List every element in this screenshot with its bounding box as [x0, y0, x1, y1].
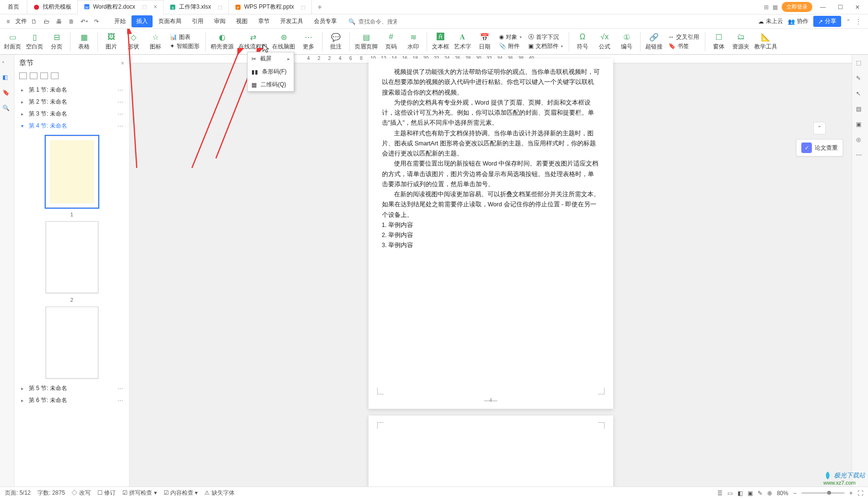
rb-resources[interactable]: 🗂资源夹 — [730, 30, 751, 54]
status-words[interactable]: 字数: 2875 — [37, 489, 65, 497]
maximize-icon[interactable]: ☐ — [833, 0, 847, 14]
thumb-1[interactable] — [46, 136, 98, 208]
tab-section[interactable]: 章节 — [253, 15, 274, 27]
search-input[interactable] — [358, 18, 397, 25]
section-item-3[interactable]: ▸第 3 节: 未命名⋯ — [14, 108, 129, 120]
rb-pagebreak[interactable]: ⊟分页 — [46, 30, 67, 54]
plagiarism-check-button[interactable]: ✓ 论文查重 — [796, 139, 843, 156]
status-spell[interactable]: ☑ 拼写检查 ▾ — [122, 489, 157, 497]
rb-table[interactable]: ▦表格 — [73, 30, 95, 54]
section-item-2[interactable]: ▸第 2 节: 未命名⋯ — [14, 96, 129, 108]
rb-dropcap[interactable]: Ⓐ首字下沉 — [528, 33, 563, 41]
rb-comment[interactable]: 💬批注 — [325, 30, 346, 54]
zoom-slider[interactable] — [801, 492, 844, 494]
outline-nav-icon[interactable]: ◧ — [2, 74, 12, 83]
bookmark-nav-icon[interactable]: 🔖 — [2, 89, 12, 99]
coop-button[interactable]: 👥协作 — [788, 17, 809, 25]
tab-start[interactable]: 开始 — [109, 15, 131, 27]
tab-add[interactable]: + — [312, 0, 328, 14]
rb-textbox[interactable]: 🅰文本框 — [430, 30, 451, 54]
rb-select-icon[interactable]: ⬚ — [856, 59, 865, 68]
rb-flowchart[interactable]: ⇄在线流程图 — [237, 30, 269, 54]
login-button[interactable]: 立即登录 — [782, 2, 812, 12]
rb-location-icon[interactable]: ◎ — [856, 136, 865, 145]
undo-icon[interactable]: ↶▾ — [79, 16, 89, 27]
section-item-6[interactable]: ▸第 6 节: 未命名⋯ — [14, 394, 129, 406]
status-rewrite[interactable]: ◇ 改写 — [71, 489, 90, 497]
rb-more-icon[interactable]: ⋯ — [856, 152, 865, 160]
tab-member[interactable]: 会员专享 — [309, 15, 342, 27]
view-mode-4-icon[interactable]: ▣ — [748, 490, 753, 497]
rb-layers-icon[interactable]: ▤ — [856, 106, 865, 114]
rb-docparts[interactable]: ▣文档部件▾ — [528, 42, 563, 50]
page-nav-icon[interactable]: ▫ — [2, 59, 12, 68]
rb-mindmap[interactable]: ⊛在线脑图 — [270, 30, 297, 54]
tab-home[interactable]: 首页 — [0, 0, 27, 14]
tab-daoke[interactable]: 找稻壳模板 — [27, 0, 78, 14]
share-button[interactable]: ↗分享 — [813, 16, 841, 27]
collapse-button[interactable]: ⌃ — [813, 122, 826, 134]
close-icon[interactable]: × — [154, 3, 157, 11]
zoom-label[interactable]: 80% — [777, 490, 788, 497]
rb-attach[interactable]: 📎附件 — [499, 42, 522, 50]
sp-tool3[interactable] — [40, 72, 48, 79]
popup-screenshot[interactable]: ✂截屏▸ — [248, 52, 294, 65]
popup-qrcode[interactable]: ▦二维码(Q) — [248, 78, 294, 91]
rb-symbol[interactable]: Ω符号 — [572, 30, 593, 54]
rb-hyperlink[interactable]: 🔗超链接 — [643, 30, 665, 54]
print-icon[interactable]: 🖶 — [54, 16, 64, 27]
rb-bookmark[interactable]: 🔖书签 — [668, 42, 699, 50]
section-item-4[interactable]: ▾第 4 节: 未命名⋯ — [14, 120, 129, 132]
rb-iconlib[interactable]: ☆图标 — [145, 30, 166, 54]
collapse-ribbon-icon[interactable]: ⌃ — [846, 18, 851, 25]
sidepanel-close-icon[interactable]: × — [121, 60, 124, 67]
status-font[interactable]: ⚠ 缺失字体 — [204, 489, 234, 497]
status-page[interactable]: 页面: 5/12 — [5, 489, 31, 497]
popup-barcode[interactable]: ▮▮条形码(F) — [248, 65, 294, 78]
tab-xlsx[interactable]: S 工作簿3.xlsx ◻ — [164, 0, 229, 14]
sp-tool1[interactable] — [19, 72, 27, 79]
preview-icon[interactable]: 🗎 — [66, 16, 77, 27]
new-icon[interactable]: 🗋 — [29, 16, 39, 27]
grid-icon[interactable]: ⊞ — [764, 4, 769, 11]
menu-more-icon[interactable]: ⋮ — [856, 18, 861, 25]
menu-icon[interactable]: ≡ — [3, 16, 13, 27]
rb-pagenum[interactable]: #页码 — [380, 30, 402, 54]
rb-cover[interactable]: ▭封面页 — [2, 30, 23, 54]
rb-object[interactable]: ◉对象▾ — [499, 33, 522, 41]
status-content[interactable]: ☑ 内容检查 ▾ — [164, 489, 198, 497]
search-area[interactable]: 🔍 — [348, 18, 397, 25]
rb-picture[interactable]: 🖼图片 — [101, 30, 122, 54]
zoom-in-icon[interactable]: + — [849, 490, 853, 497]
rb-forms[interactable]: ☐窗体 — [708, 30, 729, 54]
tab-dev[interactable]: 开发工具 — [275, 15, 308, 27]
rb-teaching[interactable]: 📐教学工具 — [752, 30, 779, 54]
open-icon[interactable]: 🗁 — [41, 16, 52, 27]
rb-more[interactable]: ⋯更多 — [298, 30, 319, 54]
sp-tool4[interactable] — [51, 72, 59, 79]
rb-pointer-icon[interactable]: ↖ — [856, 90, 865, 99]
search-nav-icon[interactable]: 🔍 — [2, 105, 12, 114]
thumb-2[interactable] — [46, 221, 98, 293]
fullscreen-icon[interactable]: ⛶ — [857, 490, 863, 497]
rb-clip-icon[interactable]: ▣ — [856, 121, 865, 130]
section-item-5[interactable]: ▸第 5 节: 未命名⋯ — [14, 382, 129, 394]
file-menu[interactable]: 文件 — [15, 17, 27, 25]
apps-icon[interactable]: ▦ — [773, 4, 778, 11]
tab-reference[interactable]: 引用 — [187, 15, 208, 27]
view-mode-2-icon[interactable]: ▭ — [727, 490, 733, 497]
tab-review[interactable]: 审阅 — [209, 15, 230, 27]
rb-date[interactable]: 📅日期 — [474, 30, 495, 54]
rb-crossref[interactable]: ↔交叉引用 — [668, 33, 699, 41]
zoom-fit-icon[interactable]: ⊕ — [767, 490, 772, 497]
status-trace[interactable]: ☐ 修订 — [97, 489, 116, 497]
rb-wordart[interactable]: 𝐀艺术字 — [452, 30, 473, 54]
tab-insert[interactable]: 插入 — [131, 15, 153, 27]
minimize-icon[interactable]: — — [816, 0, 830, 14]
rb-shape[interactable]: ◇形状 — [123, 30, 144, 54]
tab-view[interactable]: 视图 — [231, 15, 252, 27]
tab-ppt[interactable]: P WPS PPT教程.pptx ◻ — [229, 0, 312, 14]
close-window-icon[interactable]: ✕ — [851, 0, 864, 14]
sp-tool2[interactable] — [30, 72, 37, 79]
rb-numbering[interactable]: ①编号 — [616, 30, 637, 54]
